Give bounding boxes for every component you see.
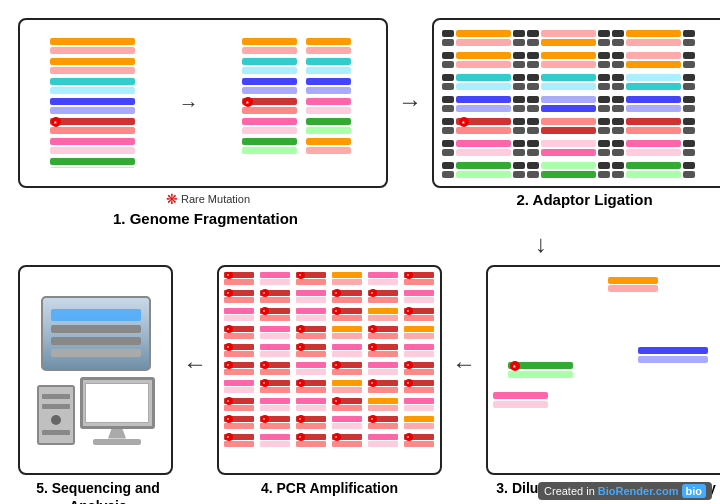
power-button — [51, 415, 61, 425]
main-container: * → — [0, 0, 720, 504]
svg-rect-183 — [224, 333, 254, 339]
svg-rect-164 — [527, 171, 539, 178]
svg-rect-47 — [598, 30, 610, 37]
panel-pcr-amplification: * * * * * — [217, 265, 442, 475]
svg-rect-63 — [527, 52, 539, 59]
svg-rect-29 — [242, 147, 297, 154]
svg-rect-161 — [442, 171, 454, 178]
svg-rect-192 — [224, 380, 254, 386]
dilution-svg: * — [488, 267, 720, 462]
svg-rect-197 — [224, 405, 254, 411]
svg-text:*: * — [371, 345, 373, 351]
pcr-svg: * * * * * — [224, 272, 434, 467]
svg-rect-321 — [368, 405, 398, 411]
svg-rect-19 — [242, 67, 297, 74]
svg-rect-149 — [612, 149, 624, 156]
credit-text: Created in — [544, 485, 595, 497]
svg-rect-157 — [598, 162, 610, 169]
step4-label: 4. PCR Amplification — [261, 480, 398, 496]
svg-text:*: * — [407, 381, 409, 387]
svg-rect-163 — [513, 171, 525, 178]
svg-rect-133 — [683, 127, 695, 134]
svg-rect-119 — [527, 118, 539, 125]
svg-rect-259 — [296, 405, 326, 411]
server-bar-1 — [51, 325, 141, 333]
svg-rect-109 — [541, 105, 596, 112]
svg-rect-81 — [527, 74, 539, 81]
svg-text:*: * — [54, 120, 57, 127]
svg-text:*: * — [462, 120, 465, 127]
computer-unit — [37, 377, 155, 445]
svg-rect-191 — [224, 369, 254, 375]
arrow-1-to-2: → — [398, 88, 422, 116]
svg-rect-83 — [598, 74, 610, 81]
svg-rect-51 — [442, 39, 454, 46]
svg-text:*: * — [407, 435, 409, 441]
svg-rect-345 — [404, 369, 434, 375]
step1-label-area: 1. Genome Fragmentation — [113, 210, 298, 228]
server-light-blue — [51, 309, 141, 321]
svg-rect-361 — [638, 356, 708, 363]
svg-rect-167 — [612, 171, 624, 178]
svg-rect-326 — [368, 434, 398, 440]
svg-rect-31 — [306, 47, 351, 54]
svg-rect-28 — [242, 138, 297, 145]
svg-rect-168 — [626, 171, 681, 178]
svg-rect-223 — [260, 369, 290, 375]
svg-rect-34 — [306, 78, 351, 85]
step2-label: 2. Adaptor Ligation — [516, 191, 652, 208]
svg-text:*: * — [263, 363, 265, 369]
svg-rect-229 — [260, 405, 290, 411]
svg-rect-152 — [442, 162, 454, 169]
svg-rect-137 — [527, 140, 539, 147]
credit-brand: BioRender.com — [598, 485, 679, 497]
svg-rect-56 — [598, 39, 610, 46]
svg-rect-339 — [404, 333, 434, 339]
svg-rect-113 — [683, 105, 695, 112]
svg-rect-14 — [50, 158, 135, 165]
svg-rect-59 — [683, 39, 695, 46]
fragmentation-arrow: → — [178, 92, 198, 115]
svg-rect-258 — [296, 398, 326, 404]
svg-text:*: * — [299, 345, 301, 351]
svg-text:*: * — [407, 309, 409, 315]
svg-rect-112 — [626, 105, 681, 112]
svg-rect-62 — [513, 52, 525, 59]
svg-rect-277 — [332, 315, 362, 321]
arrow-down-2-to-3: ↓ — [535, 230, 547, 258]
svg-text:*: * — [227, 363, 229, 369]
svg-rect-165 — [541, 171, 596, 178]
svg-rect-106 — [456, 105, 511, 112]
svg-rect-162 — [456, 171, 511, 178]
svg-rect-37 — [306, 107, 351, 114]
svg-rect-35 — [306, 87, 351, 94]
svg-rect-91 — [541, 83, 596, 90]
svg-rect-71 — [513, 61, 525, 68]
svg-rect-160 — [683, 162, 695, 169]
svg-text:*: * — [299, 327, 301, 333]
svg-rect-142 — [683, 140, 695, 147]
svg-rect-292 — [332, 416, 362, 422]
svg-rect-43 — [456, 30, 511, 37]
svg-text:*: * — [371, 417, 373, 423]
credit-badge: bio — [682, 484, 707, 498]
svg-rect-143 — [442, 149, 454, 156]
svg-rect-80 — [513, 74, 525, 81]
svg-rect-110 — [598, 105, 610, 112]
svg-text:*: * — [335, 309, 337, 315]
svg-rect-88 — [456, 83, 511, 90]
svg-rect-64 — [541, 52, 596, 59]
dna-frag-left-svg: * — [242, 38, 302, 168]
svg-rect-128 — [527, 127, 539, 134]
svg-rect-0 — [50, 38, 135, 45]
server-unit — [41, 296, 151, 371]
svg-rect-325 — [368, 423, 398, 429]
svg-rect-67 — [626, 52, 681, 59]
svg-rect-18 — [242, 58, 297, 65]
svg-text:*: * — [335, 291, 337, 297]
svg-rect-3 — [50, 67, 135, 74]
svg-rect-79 — [456, 74, 511, 81]
svg-rect-187 — [224, 351, 254, 357]
svg-rect-146 — [527, 149, 539, 156]
svg-rect-124 — [683, 118, 695, 125]
